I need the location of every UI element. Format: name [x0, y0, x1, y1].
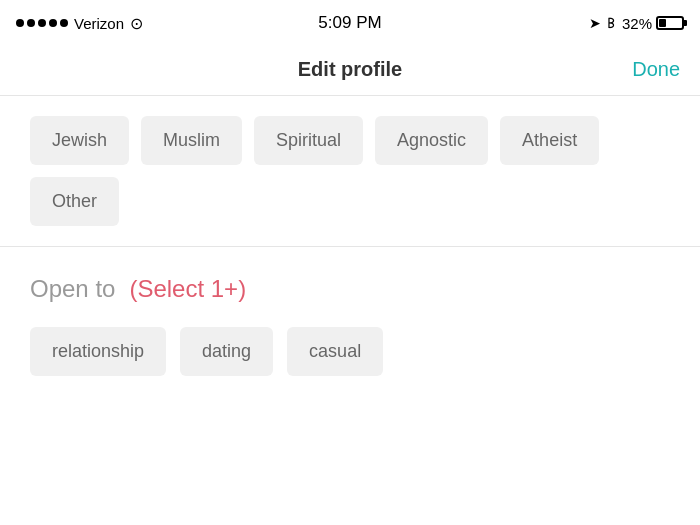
battery-percent: 32% — [622, 15, 652, 32]
status-right: ➤ 𐌁 32% — [589, 15, 684, 32]
religion-tags-grid: Jewish Muslim Spiritual Agnostic Atheist… — [30, 116, 670, 226]
status-time: 5:09 PM — [318, 13, 381, 33]
tag-casual[interactable]: casual — [287, 327, 383, 376]
signal-dot-1 — [16, 19, 24, 27]
open-to-tags: relationship dating casual — [30, 327, 670, 376]
open-to-select-hint: (Select 1+) — [129, 275, 246, 303]
carrier-label: Verizon — [74, 15, 124, 32]
tag-jewish[interactable]: Jewish — [30, 116, 129, 165]
content-area: Jewish Muslim Spiritual Agnostic Atheist… — [0, 96, 700, 396]
battery-fill — [659, 19, 666, 27]
status-bar: Verizon ⊙ 5:09 PM ➤ 𐌁 32% — [0, 0, 700, 44]
signal-dots — [16, 19, 68, 27]
battery-icon — [656, 16, 684, 30]
tag-dating[interactable]: dating — [180, 327, 273, 376]
battery-container: 32% — [622, 15, 684, 32]
wifi-icon: ⊙ — [130, 14, 143, 33]
signal-dot-2 — [27, 19, 35, 27]
nav-bar: Edit profile Done — [0, 44, 700, 96]
religion-tags-section: Jewish Muslim Spiritual Agnostic Atheist… — [0, 96, 700, 247]
tag-other[interactable]: Other — [30, 177, 119, 226]
tag-relationship[interactable]: relationship — [30, 327, 166, 376]
bluetooth-icon: 𐌁 — [607, 15, 616, 31]
open-to-header: Open to (Select 1+) — [30, 275, 670, 303]
navigation-arrow-icon: ➤ — [589, 15, 601, 31]
status-left: Verizon ⊙ — [16, 14, 143, 33]
tag-agnostic[interactable]: Agnostic — [375, 116, 488, 165]
signal-dot-4 — [49, 19, 57, 27]
tag-muslim[interactable]: Muslim — [141, 116, 242, 165]
tag-spiritual[interactable]: Spiritual — [254, 116, 363, 165]
signal-dot-3 — [38, 19, 46, 27]
signal-dot-5 — [60, 19, 68, 27]
open-to-section: Open to (Select 1+) relationship dating … — [0, 247, 700, 396]
done-button[interactable]: Done — [632, 58, 680, 81]
open-to-label: Open to — [30, 275, 115, 303]
tag-atheist[interactable]: Atheist — [500, 116, 599, 165]
page-title: Edit profile — [298, 58, 402, 81]
